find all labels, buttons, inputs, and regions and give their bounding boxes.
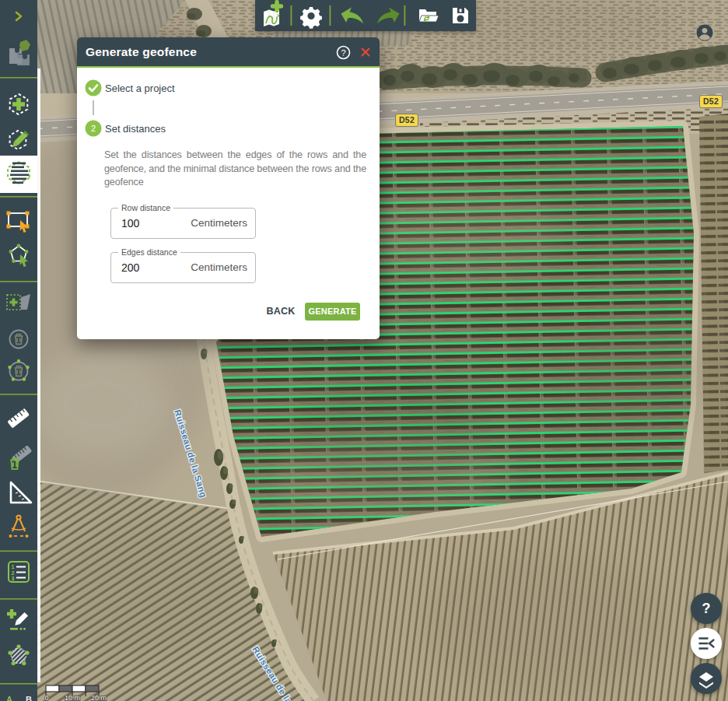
svg-text:?: ? (341, 48, 345, 58)
svg-text:1: 1 (12, 564, 15, 570)
svg-text:10 m: 10 m (65, 694, 80, 701)
svg-text:3: 3 (12, 576, 15, 581)
svg-text:0: 0 (44, 694, 48, 701)
svg-text:B: B (26, 695, 32, 701)
svg-text:2: 2 (91, 124, 96, 133)
svg-text:2: 2 (12, 570, 15, 576)
svg-text:20 m: 20 m (91, 694, 107, 701)
svg-text:A: A (6, 695, 12, 701)
